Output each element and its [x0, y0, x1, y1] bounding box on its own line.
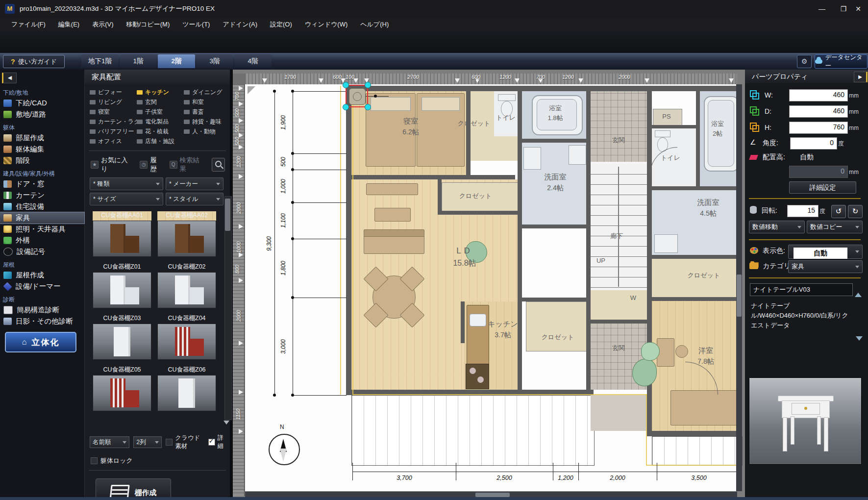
column-count-dropdown[interactable]: 2列: [133, 436, 162, 448]
usage-guide-button[interactable]: ? 使い方ガイド: [3, 55, 65, 68]
display-color-dropdown[interactable]: 自動: [788, 245, 863, 259]
search-button[interactable]: [212, 158, 225, 172]
plan-canvas[interactable]: 17006001002700600120070012002000 7005005…: [233, 70, 745, 499]
menu-item[interactable]: 編集(E): [52, 18, 86, 31]
menu-item[interactable]: ウィンドウ(W): [298, 18, 354, 31]
search-results-tab[interactable]: Q検索結果: [170, 156, 205, 174]
cloud-material-toggle[interactable]: クラウド素材: [166, 434, 204, 450]
sidebar-collapse-button[interactable]: ◀: [2, 73, 17, 83]
menu-item[interactable]: ヘルプ(H): [354, 18, 395, 31]
scroll-down-icon[interactable]: [856, 336, 863, 344]
filter-dropdown[interactable]: * サイズ: [90, 193, 163, 205]
sidebar-entry[interactable]: 簡易構造診断: [0, 304, 84, 316]
category-item[interactable]: リビング: [90, 98, 137, 106]
sidebar-entry[interactable]: 下絵/敷地: [0, 85, 84, 98]
history-tab[interactable]: ◷履歴: [140, 156, 162, 174]
numeric-copy-dropdown[interactable]: 数値コピー: [807, 221, 863, 233]
catalog-item[interactable]: CU食器棚AA01: [93, 211, 151, 257]
sidebar-entry[interactable]: 屋根作成: [0, 270, 84, 281]
category-item[interactable]: キッチン: [137, 88, 184, 97]
data-center-button[interactable]: データセンター: [815, 54, 868, 69]
checkbox[interactable]: [91, 457, 98, 464]
floor-tab[interactable]: 1階: [120, 54, 157, 68]
canvas-vertical-scrollbar[interactable]: [736, 84, 742, 491]
favorites-tab[interactable]: ★お気に入り: [91, 156, 133, 174]
numeric-move-dropdown[interactable]: 数値移動: [749, 221, 805, 233]
panel-toggle-button[interactable]: ▶: [854, 72, 868, 82]
sidebar-entry[interactable]: カーテン: [0, 190, 84, 201]
selection-handle[interactable]: [365, 82, 371, 88]
scroll-down-icon[interactable]: [223, 421, 229, 427]
make-3d-button[interactable]: ⌂ 立体化: [5, 332, 76, 352]
sidebar-entry[interactable]: 診断: [0, 292, 84, 304]
checkbox[interactable]: [166, 439, 173, 446]
category-item[interactable]: 人・動物: [184, 127, 227, 136]
menu-item[interactable]: ツール(T): [176, 18, 216, 31]
floor-tab[interactable]: 2階: [158, 54, 195, 68]
category-item[interactable]: バリアフリー: [90, 127, 137, 136]
sidebar-entry[interactable]: 屋根: [0, 257, 84, 270]
filter-dropdown[interactable]: * 種類: [90, 177, 163, 190]
minimize-button[interactable]: —: [815, 3, 829, 15]
category-item[interactable]: オフィス: [90, 137, 137, 146]
sidebar-entry[interactable]: 設備/ドーマー: [0, 281, 84, 292]
selection-handle[interactable]: [365, 104, 371, 110]
sidebar-entry[interactable]: 照明・天井器具: [0, 224, 84, 235]
sidebar-entry[interactable]: 躯体: [0, 120, 84, 132]
rotate-cw-button[interactable]: ↻: [848, 205, 863, 218]
close-button[interactable]: ✕: [851, 3, 866, 15]
sidebar-entry[interactable]: 敷地/道路: [0, 109, 84, 120]
filter-dropdown[interactable]: * スタイル: [166, 193, 223, 205]
category-item[interactable]: ダイニング: [184, 88, 227, 97]
category-item[interactable]: 寝室: [90, 108, 137, 116]
category-item[interactable]: 雑貨・趣味: [184, 118, 227, 126]
menu-item[interactable]: ファイル(F): [5, 18, 52, 31]
detail-settings-button[interactable]: 詳細設定: [789, 181, 856, 194]
sidebar-entry[interactable]: 建具/設備/家具/外構: [0, 166, 84, 178]
maximize-button[interactable]: ❐: [836, 3, 851, 15]
catalog-item[interactable]: CU食器棚Z04: [157, 314, 216, 360]
sidebar-entry[interactable]: 日影・その他診断: [0, 316, 84, 327]
menu-item[interactable]: 表示(V): [86, 18, 120, 31]
sidebar-entry[interactable]: 部屋作成: [0, 132, 84, 144]
selection-handle[interactable]: [343, 104, 349, 110]
rotate-input[interactable]: 15: [787, 205, 818, 217]
sidebar-entry[interactable]: 階段: [0, 155, 84, 166]
item-name-field[interactable]: ナイトテーブルV03: [750, 283, 853, 296]
angle-input[interactable]: 0: [790, 137, 837, 150]
category-item[interactable]: ビフォー: [90, 88, 137, 97]
catalog-item[interactable]: CU食器棚Z03: [93, 314, 151, 360]
catalog-item[interactable]: CU食器棚Z05: [93, 366, 151, 411]
menu-item[interactable]: 移動/コピー(M): [120, 18, 176, 31]
catalog-item[interactable]: CU食器棚Z01: [93, 263, 151, 308]
rotate-ccw-button[interactable]: ↺: [831, 205, 846, 218]
category-item[interactable]: 和室: [184, 98, 227, 106]
sidebar-entry[interactable]: 躯体編集: [0, 144, 84, 155]
sidebar-entry[interactable]: 設備記号: [0, 246, 84, 257]
catalog-item[interactable]: CU食器棚Z06: [157, 366, 216, 411]
depth-input[interactable]: 460: [789, 105, 848, 118]
category-item[interactable]: 花・植栽: [137, 127, 184, 136]
height-input[interactable]: 760: [789, 122, 848, 134]
checkbox[interactable]: [208, 439, 215, 446]
width-input[interactable]: 460: [789, 89, 848, 101]
category-item[interactable]: 書斎: [184, 108, 227, 116]
category-item[interactable]: 玄関: [137, 98, 184, 106]
scrollbar-handle[interactable]: [475, 493, 510, 497]
settings-gear-button[interactable]: ⚙: [797, 55, 812, 68]
catalog-item[interactable]: CU食器棚Z02: [157, 263, 216, 308]
category-item[interactable]: 電化製品: [137, 118, 184, 126]
sidebar-entry[interactable]: 家具: [0, 212, 84, 224]
catalog-item[interactable]: CU食器棚AA02: [157, 211, 216, 257]
sidebar-entry[interactable]: ドア・窓: [0, 178, 84, 190]
selection-handle[interactable]: [343, 82, 349, 88]
catalog-scrollbar[interactable]: [224, 196, 232, 420]
detail-toggle[interactable]: 詳細: [208, 434, 226, 450]
scrollbar-handle[interactable]: [225, 199, 230, 231]
category-item[interactable]: 子供室: [137, 108, 184, 116]
sidebar-entry[interactable]: 住宅設備: [0, 201, 84, 212]
category-dropdown[interactable]: 家具: [788, 260, 863, 273]
filter-dropdown[interactable]: * メーカー: [166, 177, 223, 190]
category-item[interactable]: 店舗・施設: [137, 137, 184, 146]
floor-tab[interactable]: 3階: [196, 54, 233, 68]
